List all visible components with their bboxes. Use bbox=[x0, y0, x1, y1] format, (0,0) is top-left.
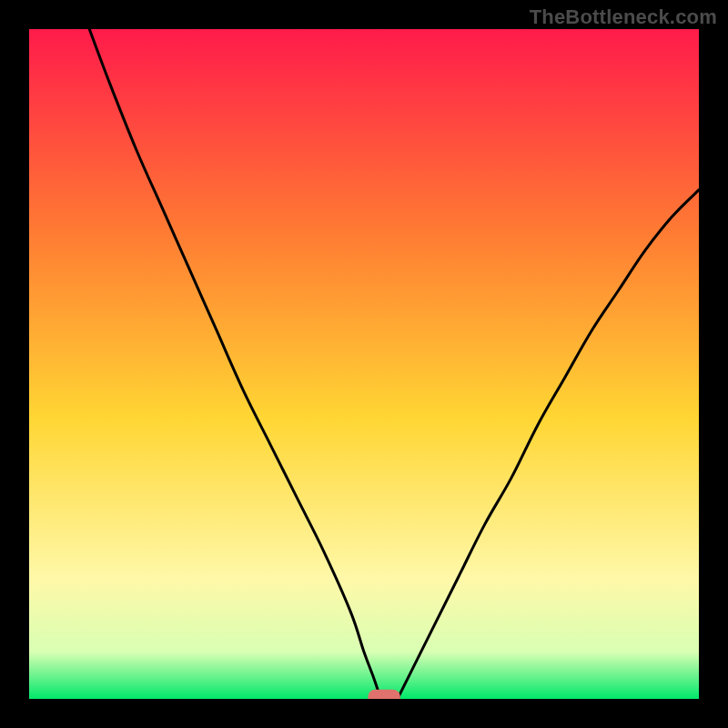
chart-frame: TheBottleneck.com bbox=[0, 0, 728, 728]
optimal-marker bbox=[368, 690, 399, 699]
gradient-background bbox=[29, 29, 699, 699]
bottleneck-chart bbox=[29, 29, 699, 699]
plot-area bbox=[29, 29, 699, 699]
watermark-text: TheBottleneck.com bbox=[530, 5, 717, 29]
